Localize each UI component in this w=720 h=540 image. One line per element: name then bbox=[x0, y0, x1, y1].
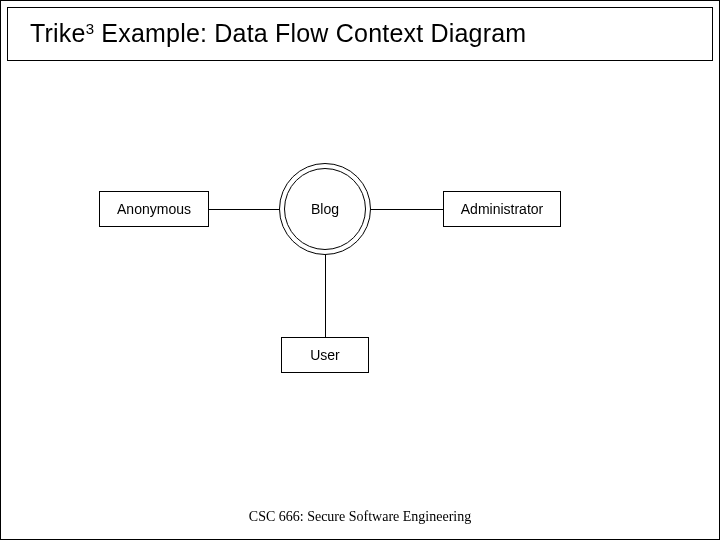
process-blog-label: Blog bbox=[279, 163, 371, 255]
title-rest: Example: Data Flow Context Diagram bbox=[94, 20, 526, 48]
context-diagram: Anonymous Blog Administrator User bbox=[1, 61, 719, 499]
connector-anonymous-blog bbox=[209, 209, 279, 210]
entity-anonymous-label: Anonymous bbox=[117, 201, 191, 217]
entity-administrator-label: Administrator bbox=[461, 201, 543, 217]
connector-blog-administrator bbox=[371, 209, 443, 210]
connector-blog-user bbox=[325, 255, 326, 337]
process-blog: Blog bbox=[279, 163, 371, 255]
slide: Trike3 Example: Data Flow Context Diagra… bbox=[0, 0, 720, 540]
entity-anonymous: Anonymous bbox=[99, 191, 209, 227]
title-prefix: Trike bbox=[30, 20, 86, 48]
entity-administrator: Administrator bbox=[443, 191, 561, 227]
entity-user-label: User bbox=[310, 347, 340, 363]
slide-title: Trike3 Example: Data Flow Context Diagra… bbox=[7, 7, 713, 61]
entity-user: User bbox=[281, 337, 369, 373]
title-superscript: 3 bbox=[86, 20, 95, 37]
slide-footer: CSC 666: Secure Software Engineering bbox=[1, 509, 719, 525]
